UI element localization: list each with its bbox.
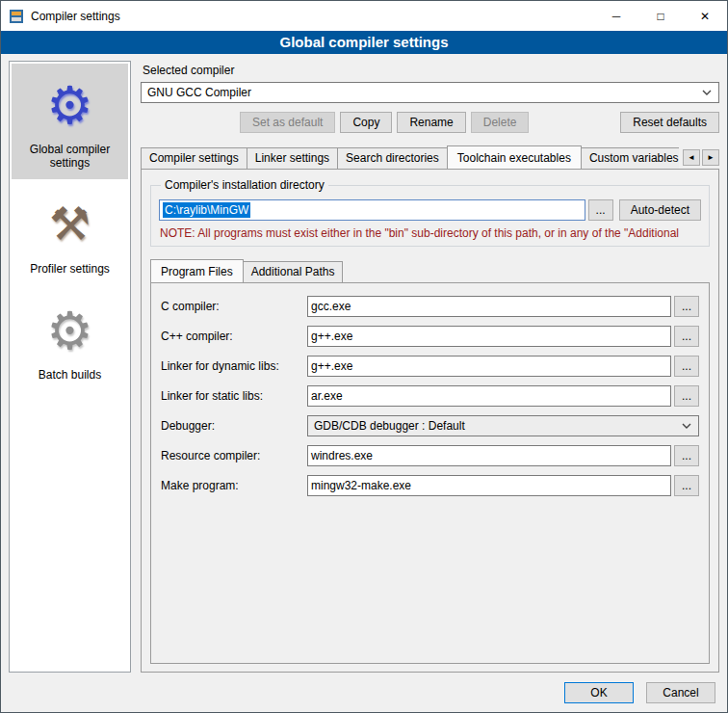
field-value: windres.exe xyxy=(311,449,373,462)
copy-button[interactable]: Copy xyxy=(340,112,392,133)
c-compiler-browse-button[interactable]: ... xyxy=(674,296,699,317)
c-compiler-input[interactable]: gcc.exe xyxy=(307,296,671,317)
programs-tabstrip: Program Files Additional Paths xyxy=(150,259,710,282)
page-title: Global compiler settings xyxy=(1,31,727,54)
selected-compiler-value: GNU GCC Compiler xyxy=(147,86,251,99)
maximize-button[interactable]: □ xyxy=(638,1,683,31)
selected-compiler-label: Selected compiler xyxy=(143,64,719,77)
gear-icon: ⚙ xyxy=(46,71,92,139)
linker-static-label: Linker for static libs: xyxy=(161,389,307,403)
linker-dynamic-browse-button[interactable]: ... xyxy=(674,356,699,377)
resource-compiler-label: Resource compiler: xyxy=(161,449,307,462)
installation-directory-legend: Compiler's installation directory xyxy=(161,178,328,192)
sidebar-item-batch-builds[interactable]: ⚙ Batch builds xyxy=(12,289,128,391)
sidebar-item-label: Batch builds xyxy=(39,368,101,382)
debugger-label: Debugger: xyxy=(161,419,307,433)
linker-dynamic-label: Linker for dynamic libs: xyxy=(161,359,307,373)
tab-custom-variables[interactable]: Custom variables xyxy=(581,147,679,169)
field-value: gcc.exe xyxy=(311,300,351,313)
tab-scroll-arrows: ◄ ► xyxy=(683,149,719,166)
cancel-button[interactable]: Cancel xyxy=(646,682,715,703)
sidebar-item-global-compiler-settings[interactable]: ⚙ Global compiler settings xyxy=(12,64,128,179)
chevron-down-icon xyxy=(682,423,691,429)
resource-compiler-browse-button[interactable]: ... xyxy=(674,445,699,466)
field-value: ar.exe xyxy=(311,389,343,403)
debugger-select[interactable]: GDB/CDB debugger : Default xyxy=(307,415,699,436)
tabs: Compiler settings Linker settings Search… xyxy=(141,145,679,169)
sidebar-item-profiler-settings[interactable]: ⚒ Profiler settings xyxy=(12,183,128,285)
tools-icon: ⚒ xyxy=(49,191,91,258)
installation-directory-group: Compiler's installation directory C:\ray… xyxy=(150,178,710,247)
linker-static-input[interactable]: ar.exe xyxy=(307,385,671,407)
sidebar-item-label: Profiler settings xyxy=(30,262,110,276)
dialog-body: ⚙ Global compiler settings ⚒ Profiler se… xyxy=(1,54,727,678)
main-panel: Selected compiler GNU GCC Compiler Set a… xyxy=(141,61,719,673)
linker-dynamic-input[interactable]: g++.exe xyxy=(307,356,671,377)
form-row: Debugger: GDB/CDB debugger : Default xyxy=(161,415,699,436)
cpp-compiler-label: C++ compiler: xyxy=(161,330,307,343)
tab-linker-settings[interactable]: Linker settings xyxy=(247,147,338,169)
field-value: g++.exe xyxy=(311,359,352,373)
tab-scroll-left-button[interactable]: ◄ xyxy=(683,149,700,166)
form-row: Make program: mingw32-make.exe ... xyxy=(161,475,699,496)
selected-compiler-dropdown[interactable]: GNU GCC Compiler xyxy=(141,82,719,103)
settings-tabstrip: Compiler settings Linker settings Search… xyxy=(141,145,719,169)
toolchain-executables-panel: Compiler's installation directory C:\ray… xyxy=(141,169,719,673)
tab-toolchain-executables[interactable]: Toolchain executables xyxy=(447,145,582,169)
field-value: g++.exe xyxy=(311,330,352,343)
minimize-button[interactable]: ─ xyxy=(594,1,638,31)
set-as-default-button[interactable]: Set as default xyxy=(240,112,335,133)
window-title: Compiler settings xyxy=(31,10,594,23)
tab-compiler-settings[interactable]: Compiler settings xyxy=(141,147,247,169)
form-row: C compiler: gcc.exe ... xyxy=(161,296,699,317)
sidebar: ⚙ Global compiler settings ⚒ Profiler se… xyxy=(9,61,131,673)
install-dir-browse-button[interactable]: ... xyxy=(588,199,613,221)
install-dir-input[interactable]: C:\raylib\MinGW xyxy=(159,199,585,221)
subtabs: Program Files Additional Paths xyxy=(150,259,710,282)
delete-button[interactable]: Delete xyxy=(471,112,530,133)
titlebar: Compiler settings ─ □ ✕ xyxy=(1,1,727,31)
linker-static-browse-button[interactable]: ... xyxy=(674,385,699,407)
chevron-down-icon xyxy=(702,90,712,95)
form-row: Resource compiler: windres.exe ... xyxy=(161,445,699,466)
rename-button[interactable]: Rename xyxy=(397,112,465,133)
cpp-compiler-input[interactable]: g++.exe xyxy=(307,326,671,347)
subtab-program-files[interactable]: Program Files xyxy=(150,259,244,282)
make-program-label: Make program: xyxy=(161,479,307,492)
resource-compiler-input[interactable]: windres.exe xyxy=(307,445,671,466)
form-row: Linker for dynamic libs: g++.exe ... xyxy=(161,356,699,377)
tab-search-directories[interactable]: Search directories xyxy=(337,147,448,169)
field-value: mingw32-make.exe xyxy=(311,479,411,492)
cpp-compiler-browse-button[interactable]: ... xyxy=(674,326,699,347)
reset-defaults-button[interactable]: Reset defaults xyxy=(620,112,719,133)
sidebar-item-label: Global compiler settings xyxy=(14,143,125,170)
gear-stack-icon: ⚙ xyxy=(46,297,92,364)
compiler-actions: Set as default Copy Rename Delete Reset … xyxy=(141,112,719,133)
compiler-settings-window: Compiler settings ─ □ ✕ Global compiler … xyxy=(0,0,728,713)
make-program-input[interactable]: mingw32-make.exe xyxy=(307,475,671,496)
subtab-additional-paths[interactable]: Additional Paths xyxy=(243,261,344,282)
note-text: NOTE: All programs must exist either in … xyxy=(160,226,701,240)
form-row: C++ compiler: g++.exe ... xyxy=(161,326,699,347)
form-row: Linker for static libs: ar.exe ... xyxy=(161,385,699,407)
close-button[interactable]: ✕ xyxy=(683,1,727,31)
installation-directory-row: C:\raylib\MinGW ... Auto-detect xyxy=(159,199,701,221)
tab-scroll-right-button[interactable]: ► xyxy=(702,149,719,166)
dialog-footer: OK Cancel xyxy=(1,678,727,712)
app-icon xyxy=(9,9,24,24)
program-files-panel: C compiler: gcc.exe ... C++ compiler: xyxy=(150,282,710,664)
make-program-browse-button[interactable]: ... xyxy=(674,475,699,496)
c-compiler-label: C compiler: xyxy=(161,300,307,313)
auto-detect-button[interactable]: Auto-detect xyxy=(619,199,701,221)
ok-button[interactable]: OK xyxy=(564,682,634,703)
window-controls: ─ □ ✕ xyxy=(594,1,727,31)
field-value: GDB/CDB debugger : Default xyxy=(314,419,465,433)
selected-text: C:\raylib\MinGW xyxy=(163,202,250,218)
